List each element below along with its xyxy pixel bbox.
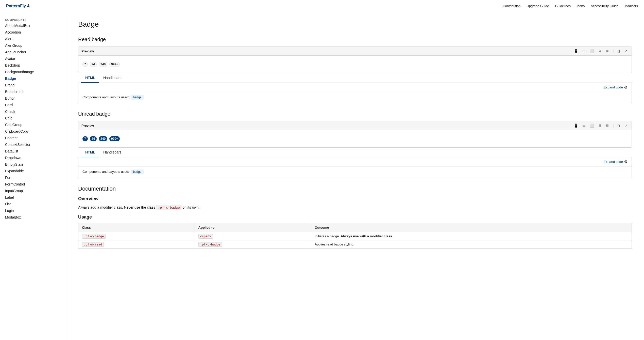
table-row: .pf-c-badge <span> Initiates a badge. Al… <box>78 232 632 240</box>
sidebar-item-form[interactable]: Form <box>0 174 66 181</box>
unread-badge-section: Unread badge Preview 📱 ▭ ⬜ 🖥 🖥 | ◑ ↗ <box>78 111 632 177</box>
sidebar-item-backgroundimage[interactable]: BackgroundImage <box>0 69 66 75</box>
sidebar-item-datalist[interactable]: DataList <box>0 148 66 154</box>
overview-text-pre: Always add a modifier class. Never use t… <box>78 205 155 209</box>
row1-applied: <span> <box>195 232 311 240</box>
unread-desktop-sm-icon[interactable]: 🖥 <box>597 123 603 128</box>
unread-badge-gear-button[interactable]: ⚙ <box>623 159 629 164</box>
sidebar-item-list[interactable]: List <box>0 201 66 207</box>
read-badge-240: 240 <box>99 62 107 67</box>
unread-badge-tab-handlebars[interactable]: Handlebars <box>99 148 126 157</box>
read-badge-code-area: Expand code ⚙ Components and Layouts use… <box>78 83 632 103</box>
read-badge-preview-icons: 📱 ▭ ⬜ 🖥 🖥 | ◑ ↗ <box>573 49 629 53</box>
sidebar-item-button[interactable]: Button <box>0 95 66 102</box>
sidebar-item-emptystate[interactable]: EmptyState <box>0 161 66 168</box>
unread-badge-component-link[interactable]: badge <box>131 169 143 174</box>
sidebar-item-dropdown[interactable]: Dropdown <box>0 154 66 161</box>
read-badge-expand-code-button[interactable]: Expand code <box>604 85 623 90</box>
read-badge-code-toolbar: Expand code ⚙ <box>78 83 632 92</box>
col-applied-to: Applied to <box>195 223 311 232</box>
tablet-icon[interactable]: ⬜ <box>589 49 595 53</box>
read-badge-component-link[interactable]: badge <box>131 95 143 100</box>
sidebar-item-contextselector[interactable]: ContextSelector <box>0 141 66 148</box>
read-badge-preview-box: Preview 📱 ▭ ⬜ 🖥 🖥 | ◑ ↗ 7 24 24 <box>78 47 632 73</box>
main-content: Badge Read badge Preview 📱 ▭ ⬜ 🖥 🖥 | ◑ ↗ <box>66 12 644 340</box>
usage-title: Usage <box>78 214 632 220</box>
sidebar-item-modalbox[interactable]: ModalBox <box>0 214 66 221</box>
read-badge-gear-button[interactable]: ⚙ <box>623 85 629 90</box>
unread-badge-tab-html[interactable]: HTML <box>81 148 99 157</box>
unread-tablet-sm-icon[interactable]: ▭ <box>581 123 587 128</box>
page-title: Badge <box>78 20 632 28</box>
open-external-icon[interactable]: ↗ <box>623 49 629 53</box>
layout: Components AboutModalBox Accordion Alert… <box>0 12 644 340</box>
overview-text: Always add a modifier class. Never use t… <box>78 205 632 210</box>
table-row: .pf-m-read .pf-c-badge Applies read badg… <box>78 240 632 248</box>
sidebar-item-expandable[interactable]: Expandable <box>0 168 66 174</box>
sidebar-item-chipgroup[interactable]: ChipGroup <box>0 121 66 128</box>
read-badge-7: 7 <box>82 62 88 67</box>
row1-class: .pf-c-badge <box>78 232 195 240</box>
unread-badge-240: 240 <box>99 136 107 141</box>
unread-badge-preview-box: Preview 📱 ▭ ⬜ 🖥 🖥 | ◑ ↗ 7 24 24 <box>78 121 632 148</box>
row2-class: .pf-m-read <box>78 240 195 248</box>
documentation-section: Documentation Overview Always add a modi… <box>78 186 632 249</box>
sidebar-item-accordion[interactable]: Accordion <box>0 29 66 36</box>
overview-title: Overview <box>78 196 632 202</box>
sidebar-item-backdrop[interactable]: Backdrop <box>0 62 66 69</box>
sidebar-item-clipboardcopy[interactable]: ClipboardCopy <box>0 128 66 135</box>
desktop-sm-icon[interactable]: 🖥 <box>597 49 603 53</box>
nav-link-modifiers[interactable]: Modifiers <box>624 4 638 8</box>
sidebar-item-breadcrumb[interactable]: Breadcrumb <box>0 88 66 95</box>
row1-outcome-pre: Initiates a badge. <box>315 234 340 238</box>
unread-contrast-icon[interactable]: ◑ <box>616 123 621 128</box>
nav-link-accessibility[interactable]: Accessibility Guide <box>591 4 618 8</box>
contrast-icon[interactable]: ◑ <box>616 49 621 53</box>
nav-link-guidelines[interactable]: Guidelines <box>555 4 571 8</box>
sidebar-item-content[interactable]: Content <box>0 135 66 141</box>
unread-badge-preview-header: Preview 📱 ▭ ⬜ 🖥 🖥 | ◑ ↗ <box>78 121 632 130</box>
nav-link-icons[interactable]: Icons <box>577 4 585 8</box>
row1-class-code: .pf-c-badge <box>82 234 106 239</box>
row1-applied-code: <span> <box>198 234 213 239</box>
sidebar-item-brand[interactable]: Brand <box>0 82 66 88</box>
unread-badge-preview-icons: 📱 ▭ ⬜ 🖥 🖥 | ◑ ↗ <box>573 123 629 128</box>
sidebar-item-label[interactable]: Label <box>0 194 66 201</box>
tablet-sm-icon[interactable]: ▭ <box>581 49 587 53</box>
sidebar-item-login[interactable]: Login <box>0 207 66 214</box>
sidebar-item-card[interactable]: Card <box>0 102 66 108</box>
read-badge-code-tabs: HTML Handlebars <box>78 73 632 83</box>
sidebar-item-inputgroup[interactable]: InputGroup <box>0 188 66 194</box>
unread-badge-expand-code-button[interactable]: Expand code <box>604 159 623 164</box>
unread-tablet-icon[interactable]: ⬜ <box>589 123 595 128</box>
read-badge-preview-label: Preview <box>81 49 94 53</box>
nav-link-upgrade[interactable]: Upgrade Guide <box>527 4 549 8</box>
brand-logo[interactable]: PatternFly 4 <box>6 4 29 8</box>
nav-link-contribution[interactable]: Contribution <box>503 4 520 8</box>
sidebar-item-badge[interactable]: Badge <box>0 75 66 82</box>
sidebar-item-applauncher[interactable]: AppLauncher <box>0 49 66 55</box>
read-badge-tab-html[interactable]: HTML <box>81 73 99 83</box>
read-badge-components-label: Components and Layouts used: <box>82 95 129 99</box>
unread-preview-separator: | <box>613 123 614 128</box>
sidebar-item-chip[interactable]: Chip <box>0 115 66 121</box>
unread-badge-code-tabs: HTML Handlebars <box>78 148 632 157</box>
sidebar-item-aboutmodalbox[interactable]: AboutModalBox <box>0 22 66 29</box>
sidebar-item-avatar[interactable]: Avatar <box>0 55 66 62</box>
unread-mobile-icon[interactable]: 📱 <box>573 123 579 128</box>
unread-desktop-icon[interactable]: 🖥 <box>605 123 610 128</box>
unread-open-external-icon[interactable]: ↗ <box>623 123 629 128</box>
desktop-icon[interactable]: 🖥 <box>605 49 610 53</box>
unread-badge-expand-code-label: Expand code <box>604 160 623 164</box>
preview-separator: | <box>613 49 614 53</box>
sidebar-item-check[interactable]: Check <box>0 108 66 115</box>
mobile-icon[interactable]: 📱 <box>573 49 579 53</box>
row1-outcome-bold: Always use with a modifier class. <box>341 234 393 238</box>
read-badge-tab-handlebars[interactable]: Handlebars <box>99 73 126 83</box>
sidebar-section-label: Components <box>0 16 66 22</box>
read-badge-999: 999+ <box>109 62 120 67</box>
unread-badge-components-used: Components and Layouts used: badge <box>78 166 632 177</box>
sidebar-item-alert[interactable]: Alert <box>0 36 66 42</box>
sidebar-item-formcontrol[interactable]: FormControl <box>0 181 66 188</box>
sidebar-item-alertgroup[interactable]: AlertGroup <box>0 42 66 49</box>
